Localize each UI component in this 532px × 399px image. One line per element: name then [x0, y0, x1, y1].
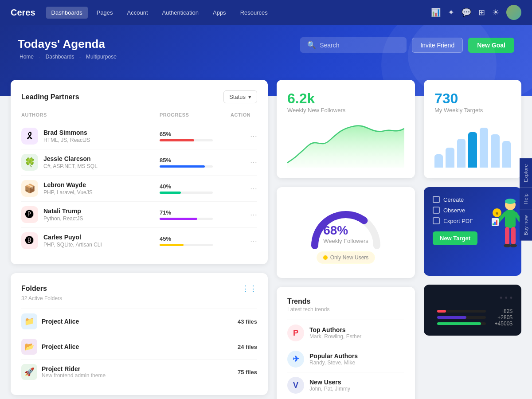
breadcrumb-dashboards[interactable]: Dashboards: [46, 54, 74, 60]
search-icon: 🔍: [307, 41, 316, 49]
navbar: Ceres DashboardsPagesAccountAuthenticati…: [0, 0, 532, 25]
list-item: ✈ Popular Authors Randy, Steve, Mike: [287, 346, 404, 372]
trend-icon: ✈: [287, 351, 304, 368]
action-button[interactable]: ⋯: [231, 158, 257, 167]
partner-skills: HTML, JS, ReactJS: [43, 137, 90, 143]
promo-checkbox[interactable]: [433, 207, 440, 214]
breadcrumb-home[interactable]: Home: [20, 54, 34, 60]
progress-bar-bg: [160, 139, 213, 141]
action-button[interactable]: ⋯: [231, 237, 257, 245]
progress-bar-bg: [160, 218, 213, 220]
promo-option-label: Observe: [443, 207, 465, 214]
card-header: Leading Partners Status ▾: [21, 90, 257, 103]
new-goal-button[interactable]: New Goal: [468, 38, 514, 53]
stats-dots: • • •: [433, 293, 512, 303]
partner-name: Carles Puyol: [43, 234, 102, 241]
trend-icon: V: [287, 377, 304, 394]
bar: [491, 134, 499, 168]
stat-row: +82$: [433, 308, 512, 314]
folder-name: Project Alice: [42, 343, 79, 350]
promo-option-label: Cereate: [443, 196, 464, 203]
progress-pct: 71%: [160, 209, 231, 216]
stats-card: • • • +82$ +280$ +4500$: [424, 285, 521, 336]
stats-rows: +82$ +280$ +4500$: [433, 308, 512, 327]
folders-dots-icon[interactable]: ⋮⋮: [241, 284, 257, 293]
promo-card: Cereate Observe Export PDF New Target: [424, 187, 521, 276]
action-button[interactable]: ⋯: [231, 211, 257, 219]
stat-value: +280$: [490, 314, 512, 321]
col-action: ACTION: [231, 112, 257, 117]
partner-skills: PHP, Laravel, VueJS: [43, 189, 93, 196]
partner-avatar: 🍀: [21, 154, 38, 171]
progress-bar: [160, 218, 197, 220]
svg-point-8: [510, 244, 517, 247]
nav-link-resources[interactable]: Resources: [235, 7, 273, 19]
nav-link-authentication[interactable]: Authentication: [157, 7, 204, 19]
leading-partners-card: Leading Partners Status ▾ AUTHORS PROGRE…: [11, 80, 268, 264]
user-avatar[interactable]: [506, 5, 521, 20]
folder-name: Project Alice: [42, 318, 79, 325]
header-actions: 🔍 Invite Friend New Goal: [300, 37, 514, 53]
partner-avatar: 🅟: [21, 206, 38, 223]
progress-bar-bg: [160, 244, 213, 246]
main-content: Leading Partners Status ▾ AUTHORS PROGRE…: [0, 80, 532, 399]
trends-subtitle: Latest tech trends: [287, 306, 404, 313]
new-target-button[interactable]: New Target: [433, 231, 477, 245]
promo-checkbox[interactable]: [433, 196, 440, 203]
nav-link-dashboards[interactable]: Dashboards: [46, 7, 88, 19]
sun-icon[interactable]: ☀: [492, 8, 499, 17]
table-row: 🅟 Natali Trump Python, ReactJS 71% ⋯: [21, 201, 257, 227]
progress-bar-bg: [160, 165, 213, 168]
nav-link-pages[interactable]: Pages: [91, 7, 118, 19]
folder-name: Project Rider: [42, 365, 106, 372]
partner-skills: PHP, SQLite, Artisan CLI: [43, 242, 102, 248]
gauge-dot: [323, 255, 328, 260]
gauge-pct: 68%: [323, 223, 368, 238]
help-tab[interactable]: Help: [520, 188, 532, 210]
progress-pct: 40%: [160, 183, 231, 190]
folders-subtitle: 32 Active Folders: [21, 295, 257, 301]
status-dropdown[interactable]: Status ▾: [223, 90, 257, 103]
stat-bar-fill: [437, 322, 481, 325]
invite-friend-button[interactable]: Invite Friend: [412, 38, 463, 53]
targets-card: 730 My Weekly Targets: [424, 80, 521, 178]
message-icon[interactable]: 💬: [462, 8, 471, 17]
progress-pct: 65%: [160, 131, 231, 137]
partner-avatar: 🎗: [21, 128, 38, 145]
nav-link-account[interactable]: Account: [122, 7, 153, 19]
grid-icon[interactable]: ⊞: [478, 8, 485, 17]
trends-list: P Top Authors Mark, Rowling, Esther ✈ Po…: [287, 320, 404, 398]
col-authors: AUTHORS: [21, 112, 160, 117]
svg-rect-6: [511, 227, 516, 245]
action-button[interactable]: ⋯: [231, 132, 257, 141]
promo-checkbox[interactable]: [433, 217, 440, 224]
svg-rect-2: [505, 210, 516, 228]
buy-now-tab[interactable]: Buy now: [520, 209, 532, 241]
list-item: 📂 Project Alice 24 files: [21, 334, 257, 359]
folder-desc: New frontend admin theme: [42, 372, 106, 379]
stat-bar-bg: [437, 310, 486, 313]
search-input[interactable]: [320, 42, 399, 49]
explore-tab[interactable]: Explore: [520, 158, 532, 188]
stat-bar-bg: [437, 322, 486, 325]
stat-row: +4500$: [433, 321, 512, 327]
trend-name: Top Authors: [309, 326, 361, 333]
sparkle-icon[interactable]: ✦: [448, 8, 454, 17]
bar: [468, 132, 477, 168]
progress-pct: 85%: [160, 157, 231, 164]
trends-title: Trends: [287, 297, 404, 305]
leading-partners-title: Leading Partners: [21, 93, 79, 101]
chart-icon[interactable]: 📊: [431, 8, 441, 17]
targets-bar-chart: [434, 119, 511, 168]
nav-link-apps[interactable]: Apps: [207, 7, 231, 19]
partner-skills: C#, ASP.NET, MS SQL: [43, 163, 98, 169]
svg-point-1: [505, 199, 516, 204]
list-item: P Top Authors Mark, Rowling, Esther: [287, 320, 404, 346]
trend-sub: Randy, Steve, Mike: [309, 360, 358, 366]
left-column: Leading Partners Status ▾ AUTHORS PROGRE…: [11, 80, 268, 399]
gauge-container: 68% Weekly Followers Only New Users: [287, 198, 404, 267]
action-button[interactable]: ⋯: [231, 184, 257, 193]
partner-name: Jessie Clarcson: [43, 155, 98, 162]
search-box[interactable]: 🔍: [300, 37, 407, 53]
progress-bar: [160, 244, 184, 246]
